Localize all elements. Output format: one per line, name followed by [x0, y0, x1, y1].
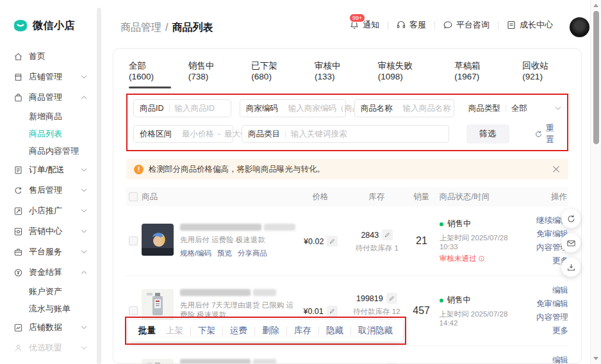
sidebar-item-label: 平台服务 — [29, 246, 81, 258]
avatar[interactable] — [570, 17, 589, 37]
filter-field-price-range[interactable]: 价格区间最小价格-最大价格 — [133, 125, 233, 143]
tab-审核失败[interactable]: 审核失败(1098) — [378, 60, 438, 88]
sidebar-item-shop-management[interactable]: 店铺管理 — [0, 67, 96, 87]
tab-已下架[interactable]: 已下架(680) — [251, 60, 297, 88]
sidebar-item-preferred-alliance[interactable]: 优选联盟 — [0, 338, 96, 358]
sidebar-item-store-promotion[interactable]: 小店推广 — [0, 201, 96, 221]
sidebar-item-account-assets[interactable]: 账户资产 — [0, 283, 96, 300]
batch-separator — [318, 327, 319, 335]
stock-cell: 2843待付款库存 1 — [347, 229, 408, 254]
banner-close-icon[interactable] — [552, 165, 561, 174]
status-time: 上架时间 2025/07/28 14:42 — [440, 310, 525, 327]
reset-link[interactable]: 重置 — [534, 122, 561, 145]
header-checkbox-cell — [126, 192, 142, 201]
scrollbar[interactable] — [590, 0, 601, 364]
sidebar-item-aftersale-management[interactable]: 售后管理 — [0, 180, 96, 201]
topbar-action-label: 平台咨询 — [456, 19, 490, 31]
batch-action-下架[interactable]: 下架 — [198, 325, 215, 336]
sidebar-item-orders-delivery[interactable]: 订单/配送 — [0, 160, 96, 180]
product-link[interactable]: 预览 — [217, 249, 232, 258]
price-value: ¥0.01 — [303, 306, 337, 317]
chat-icon — [443, 20, 453, 30]
edit-price-icon[interactable] — [327, 306, 338, 317]
floating-export-button[interactable] — [561, 258, 580, 277]
batch-action-库存[interactable]: 库存 — [294, 325, 311, 336]
batch-action-删除[interactable]: 删除 — [262, 325, 279, 336]
sidebar-item-platform-services[interactable]: 平台服务 — [0, 242, 96, 262]
row-checkbox[interactable] — [129, 306, 138, 315]
promo-icon — [13, 206, 23, 216]
topbar-action-notifications[interactable]: 通知99+ — [341, 19, 388, 31]
row-action-link[interactable]: 免审编辑 — [536, 299, 568, 310]
filter-label: 商品类目 — [248, 129, 280, 140]
batch-separator — [254, 327, 255, 335]
sidebar-item-funds-settlement[interactable]: 资金结算 — [0, 262, 96, 283]
topbar-action-customer-service[interactable]: 客服 — [388, 19, 434, 31]
tab-回收站[interactable]: 回收站(921) — [522, 60, 568, 88]
tab-销售中[interactable]: 销售中(738) — [188, 60, 235, 88]
filter-field-product-id[interactable]: 商品ID输入商品ID — [133, 99, 231, 117]
topbar-action-platform-consult[interactable]: 平台咨询 — [434, 19, 498, 31]
sidebar-item-store-data[interactable]: 店铺数据 — [0, 317, 96, 338]
scroll-up-arrow[interactable] — [593, 4, 598, 7]
select-all-checkbox[interactable] — [129, 192, 138, 201]
chevron-down-icon — [81, 229, 87, 233]
filter-field-category[interactable]: 商品类目输入关键词搜索 — [242, 125, 449, 143]
min-price-placeholder: 最小价格 — [182, 129, 214, 140]
row-action-link[interactable]: 编辑 — [552, 285, 568, 296]
breadcrumb-parent[interactable]: 商品管理 — [120, 22, 161, 33]
sidebar-item-goods-add[interactable]: 新增商品 — [0, 108, 96, 125]
filter-field-product-name[interactable]: 商品名称输入商品名称 — [354, 99, 454, 117]
product-link[interactable]: 规格/编码 — [180, 249, 211, 258]
floating-messages-button[interactable] — [561, 233, 580, 252]
column-header-product: 商品 — [142, 192, 295, 203]
sidebar-item-label: 营销中心 — [29, 226, 81, 237]
floating-refresh-button[interactable] — [561, 209, 580, 228]
batch-action-运费[interactable]: 运费 — [230, 325, 247, 336]
sidebar-item-label: 优选联盟 — [29, 342, 81, 354]
product-link[interactable]: 分享商品 — [238, 249, 267, 258]
scroll-down-arrow[interactable] — [593, 357, 598, 360]
sidebar-item-goods-content[interactable]: 商品内容管理 — [0, 142, 96, 160]
sidebar-item-label: 售后管理 — [29, 185, 81, 196]
sidebar-item-goods-list[interactable]: 商品列表 — [0, 125, 96, 142]
row-action-link[interactable]: 内容管理 — [536, 312, 568, 323]
order-icon — [13, 165, 23, 175]
sidebar-item-marketing-center[interactable]: 营销中心 — [0, 221, 96, 242]
sidebar-divider[interactable] — [97, 8, 101, 364]
reset-refresh-icon — [534, 130, 543, 138]
edit-stock-icon[interactable] — [386, 293, 397, 304]
product-list-card: 全部(1600)销售中(738)已下架(680)审核中(133)审核失败(109… — [113, 48, 582, 364]
sidebar-item-flow-and-bills[interactable]: 流水与账单 — [0, 300, 96, 317]
topbar-action-growth-center[interactable]: 成长中心 — [498, 19, 561, 31]
sidebar-item-label: 流水与账单 — [29, 303, 87, 315]
column-header-actions: 操作 — [525, 192, 568, 203]
table-row: 先用后付 运费险 极速退款规格/编码预览分享商品¥0.022843待付款库存 1… — [126, 206, 568, 276]
price-cell: ¥0.01 — [295, 305, 346, 317]
info-icon[interactable] — [478, 255, 485, 262]
filter-field-merchant-code[interactable]: 商家编码输入商家编码（商品） — [240, 99, 346, 117]
tab-审核中[interactable]: 审核中(133) — [315, 60, 361, 88]
status-tabs: 全部(1600)销售中(738)已下架(680)审核中(133)审核失败(109… — [126, 60, 568, 88]
sidebar: 微信小店 首页店铺管理商品管理新增商品商品列表商品内容管理订单/配送售后管理小店… — [0, 0, 96, 364]
row-action-link[interactable]: 编辑 — [552, 355, 568, 364]
row-checkbox[interactable] — [129, 236, 138, 245]
chevron-down-icon — [81, 188, 87, 192]
scrollbar-thumb[interactable] — [593, 11, 599, 144]
sidebar-item-goods-management[interactable]: 商品管理 — [0, 87, 96, 108]
sidebar-item-home[interactable]: 首页 — [0, 46, 96, 67]
tab-全部[interactable]: 全部(1600) — [129, 60, 171, 88]
filter-field-product-type[interactable]: 商品类型全部 — [463, 99, 561, 117]
edit-stock-icon[interactable] — [382, 229, 393, 240]
batch-label: 批量 — [138, 325, 156, 336]
batch-action-取消隐藏[interactable]: 取消隐藏 — [358, 325, 393, 336]
row-action-link[interactable]: 更多 — [552, 326, 568, 336]
sidebar-item-label: 店铺管理 — [29, 71, 81, 83]
batch-action-隐藏[interactable]: 隐藏 — [326, 325, 343, 336]
edit-price-icon[interactable] — [327, 236, 338, 247]
sidebar-menu: 首页店铺管理商品管理新增商品商品列表商品内容管理订单/配送售后管理小店推广营销中… — [0, 46, 96, 358]
filter-button[interactable]: 筛选 — [466, 124, 509, 144]
sales-cell: 457 — [408, 305, 436, 317]
tab-草稿箱[interactable]: 草稿箱(1967) — [454, 60, 505, 88]
price-text: ¥0.02 — [304, 237, 324, 246]
